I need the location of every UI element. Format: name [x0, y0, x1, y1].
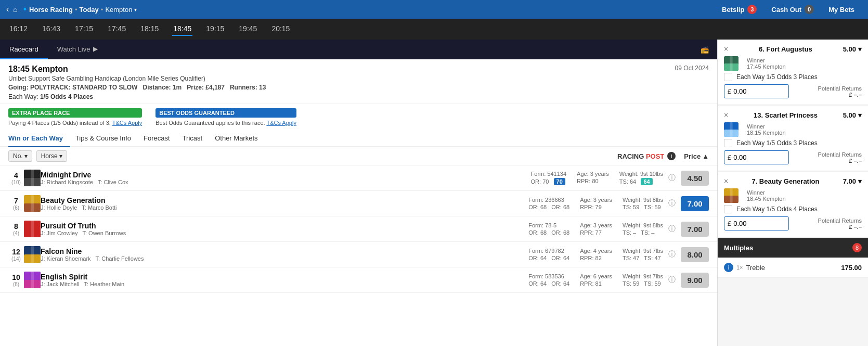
odds-chevron-icon: ▾	[858, 111, 862, 119]
today-link[interactable]: Today	[79, 6, 98, 14]
stake-input-wrap[interactable]: £	[724, 150, 789, 164]
bet-close-button[interactable]: ×	[724, 45, 728, 53]
horse-stats: Form: 583536 OR: 64 OR: 64 Age: 6 years …	[528, 273, 663, 287]
horse-stats: Form: 236663 OR: 68 OR: 68 Age: 3 years …	[528, 197, 663, 210]
bet-type: Winner	[747, 123, 786, 130]
time-item-1745[interactable]: 17:45	[107, 22, 127, 36]
stake-input-wrap[interactable]: £	[724, 216, 789, 230]
time-item-1643[interactable]: 16:43	[41, 22, 61, 36]
sort-horse-button[interactable]: Horse ▾	[36, 150, 67, 162]
horse-info-icon[interactable]: ⓘ	[668, 173, 676, 183]
time-item-1915[interactable]: 19:15	[205, 22, 225, 36]
time-item-1815[interactable]: 18:15	[139, 22, 160, 36]
sort-row: No. ▾ Horse ▾ RACING POST i Price ▲	[0, 147, 717, 165]
price-button[interactable]: 8.00	[681, 247, 709, 262]
svg-rect-23	[730, 188, 732, 203]
multiples-header: Multiples 8	[718, 238, 868, 258]
bet-venue: 17:45 Kempton	[747, 63, 786, 70]
stake-input[interactable]	[733, 151, 785, 164]
horse-number: 7 (6)	[8, 197, 24, 211]
price-button[interactable]: 7.00	[681, 222, 709, 237]
top-nav: ‹ ⌂ • Horse Racing • Today • Kempton ▾ B…	[0, 0, 868, 19]
dot1: •	[23, 5, 27, 14]
sub-tab-tricast[interactable]: Tricast	[183, 130, 210, 147]
horse-trainer: J: Richard Kingscote T: Clive Cox	[41, 179, 523, 185]
sub-tab-forecast[interactable]: Forecast	[144, 130, 177, 147]
each-way-checkbox[interactable]	[724, 205, 732, 213]
race-tab-racecard[interactable]: Racecard	[0, 40, 48, 59]
treble-info-icon: i	[724, 263, 733, 272]
horse-name: Pursuit Of Truth	[41, 222, 520, 230]
horse-info: Midnight Drive J: Richard Kingscote T: C…	[41, 171, 523, 185]
venue-selector[interactable]: Kempton ▾	[105, 6, 137, 14]
treble-row[interactable]: i 1× Treble 175.00	[718, 258, 868, 278]
back-button[interactable]: ‹	[6, 5, 9, 14]
each-way-row: Each Way 1/5 Odds 4 Places	[724, 205, 862, 213]
each-way-info: Each Way: 1/5 Odds 4 Places	[8, 93, 709, 100]
cashout-button[interactable]: Cash Out 0	[764, 0, 821, 19]
sub-tab-other-markets[interactable]: Other Markets	[215, 130, 265, 147]
time-item-1715[interactable]: 17:15	[74, 22, 94, 36]
time-item-1945[interactable]: 19:45	[238, 22, 258, 36]
horse-trainer: J: Hollie Doyle T: Marco Botti	[41, 204, 520, 211]
racing-post-info-icon[interactable]: i	[667, 152, 676, 160]
extra-place-link[interactable]: T&Cs Apply	[112, 120, 142, 126]
price-button[interactable]: 4.50	[681, 171, 709, 186]
race-subtitle: Unibet Support Safe Gambling Handicap (L…	[8, 75, 709, 82]
stake-input[interactable]	[733, 85, 785, 98]
race-tab-watch-live[interactable]: Watch Live ▶	[48, 40, 108, 59]
venue-chevron-icon: ▾	[134, 7, 137, 12]
horse-silks	[24, 221, 41, 237]
distance-value: 1m	[173, 84, 182, 91]
sub-tab-tips-&-course-info[interactable]: Tips & Course Info	[75, 130, 138, 147]
horse-info-icon[interactable]: ⓘ	[668, 250, 676, 259]
time-item-1845[interactable]: 18:45	[172, 22, 192, 36]
svg-rect-14	[31, 272, 34, 288]
bet-type: Winner	[747, 57, 786, 63]
svg-rect-8	[31, 221, 34, 237]
horse-stats: Form: 541134 OR: 70 70 Age: 3 years RPR:…	[531, 171, 663, 185]
mybets-button[interactable]: My Bets	[821, 0, 862, 19]
racecard-share-icon[interactable]: 📻	[701, 40, 717, 59]
horse-name: Falcon Nine	[41, 247, 520, 255]
horse-trainer: J: Jim Crowley T: Owen Burrows	[41, 230, 520, 236]
horse-info-icon[interactable]: ⓘ	[668, 275, 676, 285]
home-icon[interactable]: ⌂	[13, 5, 17, 14]
left-panel: RacecardWatch Live ▶📻 18:45 Kempton 09 O…	[0, 40, 717, 346]
horse-trainer: J: Kieran Shoemark T: Charlie Fellowes	[41, 255, 520, 262]
bet-item: × 6. Fort Augustus 5.00 ▾ Winner 17:45 K…	[718, 40, 868, 105]
stake-input-wrap[interactable]: £	[724, 84, 789, 98]
bet-odds: 7.00 ▾	[843, 177, 862, 185]
price-button[interactable]: 9.00	[681, 273, 709, 288]
time-item-1612[interactable]: 16:12	[8, 22, 29, 36]
horse-info-icon[interactable]: ⓘ	[668, 224, 676, 234]
betslip-button[interactable]: Betslip 3	[715, 0, 764, 19]
horse-racing-link[interactable]: Horse Racing	[29, 6, 73, 14]
bet-close-button[interactable]: ×	[724, 111, 728, 119]
horse-info-icon[interactable]: ⓘ	[668, 199, 676, 208]
price-sort-button[interactable]: Price ▲	[684, 152, 709, 160]
horse-stats: Form: 679782 OR: 64 OR: 64 Age: 4 years …	[528, 248, 663, 261]
bet-silks	[724, 188, 739, 203]
svg-rect-20	[730, 122, 732, 137]
odds-chevron-icon: ▾	[858, 45, 862, 53]
currency-symbol: £	[728, 87, 731, 95]
horse-number: 12 (14)	[8, 248, 24, 262]
potential-value: £ –.–	[818, 224, 862, 230]
horse-row: 10 (8) English Spirit J: Jack Mitchell T…	[0, 267, 717, 293]
sub-tab-win-or-each-way[interactable]: Win or Each Way	[8, 130, 70, 147]
bet-close-button[interactable]: ×	[724, 177, 728, 185]
race-tabs: RacecardWatch Live ▶📻	[0, 40, 717, 59]
price-button[interactable]: 7.00	[681, 196, 709, 211]
multiples-title: Multiples	[724, 244, 753, 252]
bog-link[interactable]: T&Cs Apply	[266, 120, 296, 126]
sort-number-button[interactable]: No. ▾	[8, 150, 32, 162]
race-title: 18:45 Kempton	[8, 65, 68, 73]
each-way-checkbox[interactable]	[724, 73, 732, 81]
time-item-2015[interactable]: 20:15	[270, 22, 291, 36]
each-way-label: Each Way 1/5 Odds 4 Places	[736, 206, 818, 213]
potential-value: £ –.–	[818, 158, 862, 164]
bet-horse-row: Winner 17:45 Kempton	[724, 56, 862, 71]
stake-input[interactable]	[733, 217, 785, 230]
each-way-checkbox[interactable]	[724, 139, 732, 147]
